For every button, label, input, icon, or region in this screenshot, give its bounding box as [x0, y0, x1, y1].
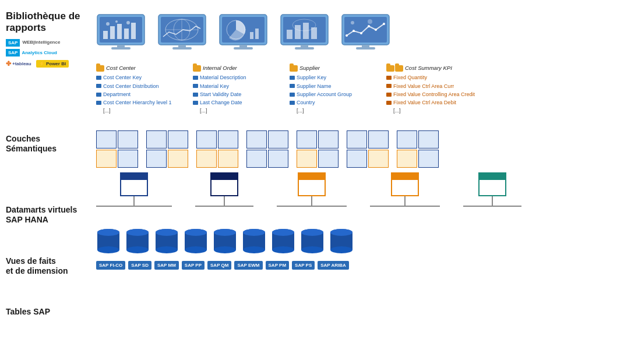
cylinder-7 [271, 228, 295, 256]
svg-rect-4 [117, 24, 122, 39]
section-label-datamarts: Datamarts virtuelsSAP HANA [6, 191, 84, 239]
sap-web-intel-label: WEB|Intelligence [22, 40, 60, 45]
section-label-rapports [6, 72, 84, 128]
folder-supplier: Supplier Supplier Key Supplier Name Supp… [290, 64, 383, 115]
cylinder-4 [184, 228, 208, 256]
sap-badge2: SAP [6, 49, 20, 56]
svg-point-54 [126, 246, 149, 253]
vue-table-2 [210, 172, 238, 196]
dm-7 [397, 130, 439, 168]
svg-point-40 [360, 32, 362, 34]
cylinder-5 [213, 228, 237, 256]
svg-point-39 [352, 30, 355, 32]
sap-label-qm: SAP QM [207, 261, 231, 270]
sap-label-ps: SAP PS [292, 261, 315, 270]
fe-supplier-key: Supplier Key [297, 73, 326, 82]
folder-name-cost-kpi: Cost Summary KPI [405, 64, 452, 72]
svg-point-58 [156, 246, 178, 253]
folder-internal-order: Internal Order Material Description Mate… [193, 64, 286, 115]
cylinder-9 [329, 228, 354, 256]
vue-3 [277, 172, 347, 211]
cylinder-2 [125, 228, 150, 256]
folder-cost-summary-kpi: Cost Summary KPI Fixed Quantity Fixed Va… [386, 64, 500, 115]
svg-point-82 [330, 246, 352, 253]
dm-3 [196, 130, 238, 168]
svg-point-38 [346, 34, 348, 37]
svg-point-8 [115, 20, 118, 23]
vue-5 [463, 172, 521, 211]
folder-name-supplier: Supplier [299, 64, 320, 72]
folder-cost-center: Cost Center Cost Center Key Cost Center … [96, 64, 189, 115]
svg-rect-35 [295, 47, 314, 50]
tables-row [90, 225, 626, 259]
svg-rect-3 [110, 26, 115, 39]
sap-label-ewm: SAP EWM [234, 261, 262, 270]
section-label-tables: Tables SAP [6, 294, 84, 329]
fe-fixed-qty: Fixed Quantity [393, 73, 427, 82]
vue-2 [195, 172, 253, 211]
vue-table-3 [298, 172, 326, 196]
dm-4 [246, 130, 288, 168]
dm-5 [297, 130, 339, 168]
svg-point-59 [156, 229, 178, 236]
svg-rect-30 [295, 25, 301, 39]
fe-fixed-val-curr: Fixed Value Ctrl Area Curr [393, 82, 454, 90]
fe-more-4: [...] [393, 107, 500, 115]
dm-2 [146, 130, 188, 168]
vue-1 [96, 172, 172, 211]
svg-point-43 [383, 23, 385, 25]
svg-rect-11 [111, 47, 131, 50]
fe-more-3: [...] [297, 107, 383, 115]
sap-label-pm: SAP PM [266, 261, 290, 270]
svg-point-83 [330, 229, 352, 236]
section-label-vues: Vues de faitset de dimension [6, 239, 84, 294]
svg-rect-26 [234, 47, 253, 50]
folder-name-internal-order: Internal Order [203, 64, 237, 72]
fe-dept: Department [103, 90, 131, 98]
svg-point-78 [301, 246, 323, 253]
svg-point-7 [106, 22, 110, 26]
fe-supplier-name: Supplier Name [297, 82, 332, 90]
svg-rect-5 [124, 29, 129, 39]
svg-point-62 [185, 246, 207, 253]
cylinder-6 [242, 228, 266, 256]
vue-table-4 [391, 172, 419, 196]
sap-label-ariba: SAP ARIBA [318, 261, 349, 270]
logo-section: SAP WEB|Intelligence SAP Analytics Cloud… [6, 39, 84, 68]
fe-country: Country [297, 98, 315, 107]
folder-name-cost-center: Cost Center [106, 64, 136, 72]
datamarts-row [90, 126, 626, 172]
fe-cost-center-dist: Cost Center Distribution [103, 82, 159, 90]
svg-rect-2 [103, 31, 108, 39]
tableau-text: +tableau [12, 61, 31, 66]
svg-rect-19 [172, 47, 192, 50]
vue-4 [370, 172, 440, 211]
cylinder-8 [300, 228, 325, 256]
fe-last-change: Last Change Date [200, 98, 242, 107]
fe-fixed-val-credit: Fixed Value Controlling Area Credit [393, 90, 475, 98]
report-card-1 [96, 13, 146, 56]
sap-analytics-label: Analytics Cloud [22, 50, 57, 55]
svg-rect-6 [131, 23, 136, 39]
semantic-row: Cost Center Cost Center Key Cost Center … [90, 63, 626, 126]
svg-point-75 [272, 229, 294, 236]
vue-table-5 [478, 172, 506, 196]
svg-point-67 [214, 229, 236, 236]
svg-rect-23 [250, 32, 253, 39]
svg-rect-29 [287, 30, 292, 39]
svg-point-45 [368, 19, 372, 24]
fe-mat-key: Material Key [200, 82, 229, 90]
svg-point-55 [126, 229, 149, 236]
svg-point-51 [97, 229, 119, 236]
fe-cc-hier: Cost Center Hierarchy level 1 [103, 98, 172, 107]
fe-mat-desc: Material Description [200, 73, 246, 82]
dm-6 [347, 130, 389, 168]
fe-fixed-val-debit: Fixed Value Ctrl Area Debit [393, 98, 456, 107]
section-label-couches: Couches Sémantiques [6, 128, 84, 191]
fe-supplier-acct-grp: Supplier Account Group [297, 90, 352, 98]
svg-point-66 [214, 246, 236, 253]
vue-table-1 [120, 172, 148, 196]
svg-point-70 [243, 246, 265, 253]
cylinder-1 [96, 228, 121, 256]
sap-label-sd: SAP SD [128, 261, 151, 270]
